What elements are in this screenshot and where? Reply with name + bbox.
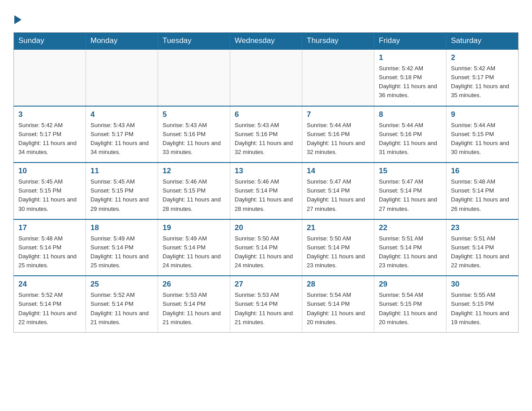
calendar-cell: 2Sunrise: 5:42 AMSunset: 5:17 PMDaylight… [446, 49, 519, 106]
day-info: Sunrise: 5:48 AMSunset: 5:14 PMDaylight:… [18, 234, 81, 270]
calendar-cell: 9Sunrise: 5:44 AMSunset: 5:15 PMDaylight… [446, 106, 519, 163]
calendar-week-row: 1Sunrise: 5:42 AMSunset: 5:18 PMDaylight… [14, 49, 519, 106]
day-info: Sunrise: 5:43 AMSunset: 5:16 PMDaylight:… [235, 121, 297, 157]
calendar-cell: 25Sunrise: 5:52 AMSunset: 5:14 PMDayligh… [86, 276, 158, 332]
day-info: Sunrise: 5:42 AMSunset: 5:17 PMDaylight:… [18, 121, 81, 157]
day-info: Sunrise: 5:52 AMSunset: 5:14 PMDaylight:… [90, 291, 153, 327]
day-info: Sunrise: 5:49 AMSunset: 5:14 PMDaylight:… [90, 234, 153, 270]
calendar-body: 1Sunrise: 5:42 AMSunset: 5:18 PMDaylight… [14, 49, 519, 332]
calendar-cell: 6Sunrise: 5:43 AMSunset: 5:16 PMDaylight… [230, 106, 302, 163]
calendar-week-row: 3Sunrise: 5:42 AMSunset: 5:17 PMDaylight… [14, 106, 519, 163]
weekday-row: SundayMondayTuesdayWednesdayThursdayFrid… [14, 33, 519, 50]
day-number: 22 [379, 223, 442, 232]
day-info: Sunrise: 5:49 AMSunset: 5:14 PMDaylight:… [163, 234, 225, 270]
day-number: 2 [451, 53, 514, 62]
day-number: 30 [451, 280, 514, 289]
calendar-cell [302, 49, 374, 106]
day-number: 23 [451, 223, 514, 232]
calendar-cell [86, 49, 158, 106]
calendar-cell: 14Sunrise: 5:47 AMSunset: 5:14 PMDayligh… [302, 163, 374, 219]
calendar-cell: 19Sunrise: 5:49 AMSunset: 5:14 PMDayligh… [158, 219, 230, 276]
calendar-cell: 26Sunrise: 5:53 AMSunset: 5:14 PMDayligh… [158, 276, 230, 332]
day-info: Sunrise: 5:42 AMSunset: 5:17 PMDaylight:… [451, 64, 514, 100]
logo [13, 15, 21, 24]
day-number: 6 [235, 110, 297, 119]
calendar-cell: 4Sunrise: 5:43 AMSunset: 5:17 PMDaylight… [86, 106, 158, 163]
day-info: Sunrise: 5:43 AMSunset: 5:16 PMDaylight:… [163, 121, 225, 157]
calendar-cell: 10Sunrise: 5:45 AMSunset: 5:15 PMDayligh… [14, 163, 86, 219]
calendar-cell [230, 49, 302, 106]
day-info: Sunrise: 5:42 AMSunset: 5:18 PMDaylight:… [379, 64, 442, 100]
weekday-header-sunday: Sunday [14, 33, 86, 50]
calendar-cell: 30Sunrise: 5:55 AMSunset: 5:15 PMDayligh… [446, 276, 519, 332]
calendar-cell [14, 49, 86, 106]
calendar-cell: 27Sunrise: 5:53 AMSunset: 5:14 PMDayligh… [230, 276, 302, 332]
calendar-cell: 18Sunrise: 5:49 AMSunset: 5:14 PMDayligh… [86, 219, 158, 276]
calendar-cell: 22Sunrise: 5:51 AMSunset: 5:14 PMDayligh… [374, 219, 446, 276]
weekday-header-monday: Monday [86, 33, 158, 50]
calendar-cell: 13Sunrise: 5:46 AMSunset: 5:14 PMDayligh… [230, 163, 302, 219]
day-info: Sunrise: 5:44 AMSunset: 5:16 PMDaylight:… [307, 121, 369, 157]
day-info: Sunrise: 5:44 AMSunset: 5:15 PMDaylight:… [451, 121, 514, 157]
day-number: 15 [379, 167, 442, 176]
logo-chevron-icon [14, 15, 21, 24]
day-info: Sunrise: 5:53 AMSunset: 5:14 PMDaylight:… [235, 291, 297, 327]
calendar-cell: 3Sunrise: 5:42 AMSunset: 5:17 PMDaylight… [14, 106, 86, 163]
day-number: 21 [307, 223, 369, 232]
day-number: 27 [235, 280, 297, 289]
calendar-cell: 24Sunrise: 5:52 AMSunset: 5:14 PMDayligh… [14, 276, 86, 332]
day-number: 11 [90, 167, 153, 176]
calendar-week-row: 24Sunrise: 5:52 AMSunset: 5:14 PMDayligh… [14, 276, 519, 332]
day-number: 9 [451, 110, 514, 119]
day-info: Sunrise: 5:48 AMSunset: 5:14 PMDaylight:… [451, 177, 514, 214]
day-number: 16 [451, 167, 514, 176]
day-info: Sunrise: 5:55 AMSunset: 5:15 PMDaylight:… [451, 291, 514, 327]
calendar-cell: 11Sunrise: 5:45 AMSunset: 5:15 PMDayligh… [86, 163, 158, 219]
day-number: 5 [163, 110, 225, 119]
weekday-header-wednesday: Wednesday [230, 33, 302, 50]
calendar-table: SundayMondayTuesdayWednesdayThursdayFrid… [13, 32, 519, 333]
calendar-cell: 23Sunrise: 5:51 AMSunset: 5:14 PMDayligh… [446, 219, 519, 276]
day-info: Sunrise: 5:51 AMSunset: 5:14 PMDaylight:… [379, 234, 442, 270]
calendar-cell: 17Sunrise: 5:48 AMSunset: 5:14 PMDayligh… [14, 219, 86, 276]
day-number: 12 [163, 167, 225, 176]
day-number: 1 [379, 53, 442, 62]
day-number: 8 [379, 110, 442, 119]
page-header [13, 11, 519, 24]
day-number: 26 [163, 280, 225, 289]
day-number: 3 [18, 110, 81, 119]
day-info: Sunrise: 5:45 AMSunset: 5:15 PMDaylight:… [90, 177, 153, 214]
calendar-cell: 7Sunrise: 5:44 AMSunset: 5:16 PMDaylight… [302, 106, 374, 163]
calendar-week-row: 17Sunrise: 5:48 AMSunset: 5:14 PMDayligh… [14, 219, 519, 276]
calendar-week-row: 10Sunrise: 5:45 AMSunset: 5:15 PMDayligh… [14, 163, 519, 219]
day-number: 13 [235, 167, 297, 176]
day-number: 17 [18, 223, 81, 232]
day-number: 19 [163, 223, 225, 232]
day-number: 25 [90, 280, 153, 289]
calendar-cell: 12Sunrise: 5:46 AMSunset: 5:15 PMDayligh… [158, 163, 230, 219]
day-number: 29 [379, 280, 442, 289]
day-info: Sunrise: 5:51 AMSunset: 5:14 PMDaylight:… [451, 234, 514, 270]
day-number: 18 [90, 223, 153, 232]
day-info: Sunrise: 5:50 AMSunset: 5:14 PMDaylight:… [235, 234, 297, 270]
calendar-cell: 20Sunrise: 5:50 AMSunset: 5:14 PMDayligh… [230, 219, 302, 276]
day-info: Sunrise: 5:43 AMSunset: 5:17 PMDaylight:… [90, 121, 153, 157]
day-info: Sunrise: 5:50 AMSunset: 5:14 PMDaylight:… [307, 234, 369, 270]
calendar-cell: 16Sunrise: 5:48 AMSunset: 5:14 PMDayligh… [446, 163, 519, 219]
calendar-cell: 8Sunrise: 5:44 AMSunset: 5:16 PMDaylight… [374, 106, 446, 163]
day-info: Sunrise: 5:45 AMSunset: 5:15 PMDaylight:… [18, 177, 81, 214]
day-info: Sunrise: 5:54 AMSunset: 5:14 PMDaylight:… [307, 291, 369, 327]
day-number: 20 [235, 223, 297, 232]
day-number: 7 [307, 110, 369, 119]
day-info: Sunrise: 5:53 AMSunset: 5:14 PMDaylight:… [163, 291, 225, 327]
day-number: 28 [307, 280, 369, 289]
calendar-cell [158, 49, 230, 106]
day-info: Sunrise: 5:47 AMSunset: 5:14 PMDaylight:… [307, 177, 369, 214]
day-info: Sunrise: 5:54 AMSunset: 5:15 PMDaylight:… [379, 291, 442, 327]
calendar-cell: 15Sunrise: 5:47 AMSunset: 5:14 PMDayligh… [374, 163, 446, 219]
day-number: 4 [90, 110, 153, 119]
weekday-header-thursday: Thursday [302, 33, 374, 50]
calendar-cell: 5Sunrise: 5:43 AMSunset: 5:16 PMDaylight… [158, 106, 230, 163]
calendar-cell: 28Sunrise: 5:54 AMSunset: 5:14 PMDayligh… [302, 276, 374, 332]
weekday-header-saturday: Saturday [446, 33, 519, 50]
